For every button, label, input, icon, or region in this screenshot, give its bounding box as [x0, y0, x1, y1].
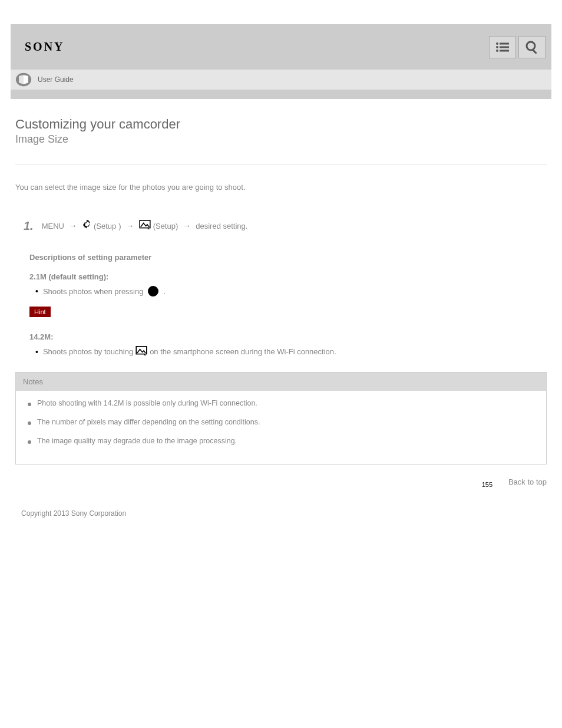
- svg-rect-7: [532, 49, 537, 54]
- page-category: Customizing your camcorder: [15, 117, 547, 132]
- instruction-step: 1. MENU → (Setup ) → (Setup) → desired s…: [15, 219, 547, 233]
- param-opt2-title: 14.2M:: [29, 332, 547, 341]
- breadcrumb-bar: User Guide: [11, 70, 551, 90]
- notes-heading: Notes: [16, 373, 546, 391]
- step-number: 1.: [24, 219, 34, 233]
- gear-icon: [82, 220, 91, 232]
- svg-point-6: [527, 42, 535, 50]
- back-link-text: Back to top: [508, 477, 547, 486]
- step-paren: ): [118, 222, 121, 230]
- svg-rect-5: [500, 50, 509, 51]
- note-text: Photo shooting with 14.2M is possible on…: [37, 399, 257, 407]
- search-button[interactable]: [518, 36, 546, 58]
- note-text: The image quality may degrade due to the…: [37, 437, 237, 445]
- svg-rect-3: [500, 46, 509, 48]
- image-icon: [135, 346, 147, 358]
- sub-bar: [11, 90, 551, 99]
- param-opt1-title: 2.1M (default setting):: [29, 272, 547, 281]
- page-number: 155: [482, 481, 492, 488]
- page-content: Customizing your camcorder Image Size Yo…: [11, 99, 551, 518]
- notes-body: Photo shooting with 14.2M is possible on…: [16, 391, 546, 464]
- back-to-top[interactable]: Back to top: [15, 476, 547, 488]
- list-icon: [495, 42, 510, 52]
- hint-badge: Hint: [29, 307, 51, 317]
- bullet-icon: [28, 440, 31, 444]
- note-item: The number of pixels may differ dependin…: [28, 418, 534, 426]
- manual-icon: [15, 72, 32, 87]
- breadcrumb-label: User Guide: [38, 75, 74, 84]
- brand-logo: SONY: [25, 40, 65, 54]
- notes-box: Notes Photo shooting with 14.2M is possi…: [15, 372, 547, 465]
- param-heading: Descriptions of setting parameter: [29, 253, 547, 262]
- copyright: Copyright 2013 Sony Corporation: [21, 509, 541, 518]
- step-menu: MENU: [42, 222, 64, 230]
- opt2-text-a: Shoots photos by touching: [43, 346, 133, 358]
- svg-rect-1: [500, 42, 509, 44]
- header-actions: [489, 36, 546, 58]
- opt2-text-b: on the smartphone screen during the Wi-F…: [150, 346, 336, 358]
- intro-text: You can select the image size for the ph…: [15, 182, 547, 193]
- bullet-icon: •: [35, 347, 38, 357]
- step-submenu: (Setup): [153, 222, 178, 230]
- arrow-icon: →: [69, 221, 77, 230]
- record-button-icon: [148, 286, 158, 297]
- opt1-text: Shoots photos when pressing: [43, 286, 144, 298]
- step-setup: (Setup: [94, 222, 116, 230]
- search-icon: [525, 41, 538, 54]
- parameter-section: Descriptions of setting parameter 2.1M (…: [15, 253, 547, 358]
- header-bar: SONY: [11, 24, 551, 70]
- param-opt2-desc: • Shoots photos by touching on the smart…: [35, 346, 547, 358]
- note-text: The number of pixels may differ dependin…: [37, 418, 260, 426]
- svg-point-0: [496, 42, 498, 45]
- note-item: Photo shooting with 14.2M is possible on…: [28, 399, 534, 407]
- bullet-icon: •: [35, 286, 38, 296]
- bullet-icon: [28, 421, 31, 425]
- arrow-icon: →: [183, 221, 191, 230]
- param-opt1-desc: • Shoots photos when pressing .: [35, 286, 547, 298]
- page-title: Image Size: [15, 133, 547, 146]
- note-item: The image quality may degrade due to the…: [28, 437, 534, 445]
- arrow-icon: →: [126, 221, 134, 230]
- bullet-icon: [28, 403, 31, 406]
- toc-button[interactable]: [489, 36, 516, 58]
- image-icon: [139, 220, 151, 232]
- step-tail: desired setting.: [196, 222, 247, 230]
- opt1-tail: .: [163, 286, 166, 298]
- divider: [15, 164, 547, 165]
- svg-point-4: [496, 50, 498, 52]
- svg-point-2: [496, 46, 498, 48]
